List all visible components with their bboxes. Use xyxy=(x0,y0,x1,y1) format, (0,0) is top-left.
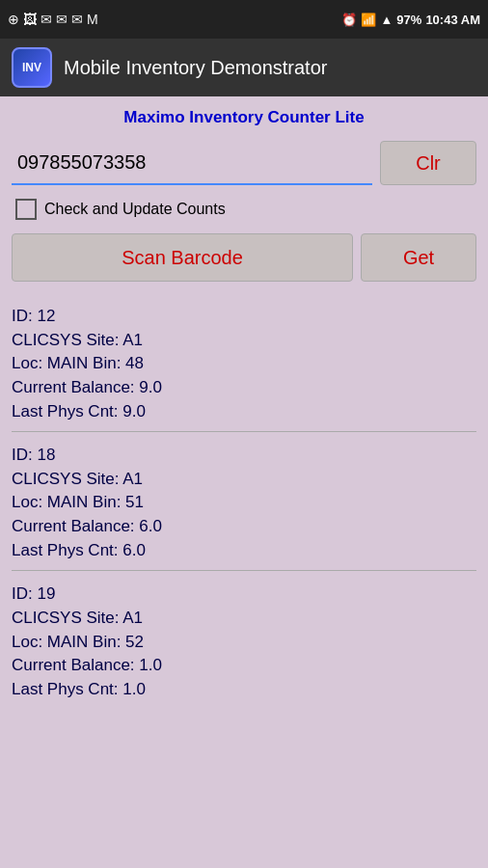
email-icon: ✉ xyxy=(41,12,52,27)
result-balance-0: Current Balance: 9.0 xyxy=(12,376,476,400)
check-box[interactable] xyxy=(15,199,37,220)
email3-icon: ✉ xyxy=(71,12,83,27)
result-item-1: ID: 18 CLICSYS Site: A1 Loc: MAIN Bin: 5… xyxy=(12,436,476,571)
gmail-icon: M xyxy=(87,12,98,27)
main-content: Maximo Inventory Counter Lite Clr Check … xyxy=(0,96,488,868)
get-button[interactable]: Get xyxy=(361,233,476,282)
barcode-input[interactable] xyxy=(12,141,372,185)
result-id-1: ID: 18 xyxy=(12,444,476,468)
result-id-0: ID: 12 xyxy=(12,305,476,329)
status-bar-right: ⏰ 📶 ▲ 97% 10:43 AM xyxy=(341,13,480,27)
result-item-2: ID: 19 CLICSYS Site: A1 Loc: MAIN Bin: 5… xyxy=(12,575,476,709)
app-title: Mobile Inventory Demonstrator xyxy=(64,57,327,79)
result-loc-2: Loc: MAIN Bin: 52 xyxy=(12,631,476,655)
result-phys-2: Last Phys Cnt: 1.0 xyxy=(12,678,476,702)
alarm-icon: ⏰ xyxy=(341,13,357,27)
results-container: ID: 12 CLICSYS Site: A1 Loc: MAIN Bin: 4… xyxy=(12,297,476,710)
app-header: INV Mobile Inventory Demonstrator xyxy=(0,39,488,96)
scan-barcode-button[interactable]: Scan Barcode xyxy=(12,233,353,282)
result-loc-0: Loc: MAIN Bin: 48 xyxy=(12,352,476,376)
result-site-0: CLICSYS Site: A1 xyxy=(12,329,476,353)
app-logo: INV xyxy=(12,47,52,88)
result-site-1: CLICSYS Site: A1 xyxy=(12,468,476,492)
subtitle: Maximo Inventory Counter Lite xyxy=(12,108,476,127)
time-display: 10:43 AM xyxy=(425,13,480,27)
clr-button[interactable]: Clr xyxy=(380,141,476,185)
result-loc-1: Loc: MAIN Bin: 51 xyxy=(12,491,476,515)
add-icon: ⊕ xyxy=(8,12,19,27)
email2-icon: ✉ xyxy=(56,12,68,27)
check-row: Check and Update Counts xyxy=(12,199,476,220)
wifi-icon: 📶 xyxy=(361,13,376,27)
status-bar-left: ⊕ 🖼 ✉ ✉ ✉ M xyxy=(8,12,98,27)
result-site-2: CLICSYS Site: A1 xyxy=(12,607,476,631)
status-bar: ⊕ 🖼 ✉ ✉ ✉ M ⏰ 📶 ▲ 97% 10:43 AM xyxy=(0,0,488,39)
result-id-2: ID: 19 xyxy=(12,583,476,607)
result-item-0: ID: 12 CLICSYS Site: A1 Loc: MAIN Bin: 4… xyxy=(12,297,476,432)
result-balance-1: Current Balance: 6.0 xyxy=(12,515,476,539)
logo-text: INV xyxy=(22,61,41,74)
button-row: Scan Barcode Get xyxy=(12,233,476,282)
result-phys-0: Last Phys Cnt: 9.0 xyxy=(12,400,476,424)
check-label: Check and Update Counts xyxy=(44,201,226,218)
image-icon: 🖼 xyxy=(23,12,37,27)
battery-percent: 97% xyxy=(396,13,421,27)
input-row: Clr xyxy=(12,141,476,185)
result-phys-1: Last Phys Cnt: 6.0 xyxy=(12,539,476,563)
result-balance-2: Current Balance: 1.0 xyxy=(12,654,476,678)
signal-icon: ▲ xyxy=(380,13,393,27)
